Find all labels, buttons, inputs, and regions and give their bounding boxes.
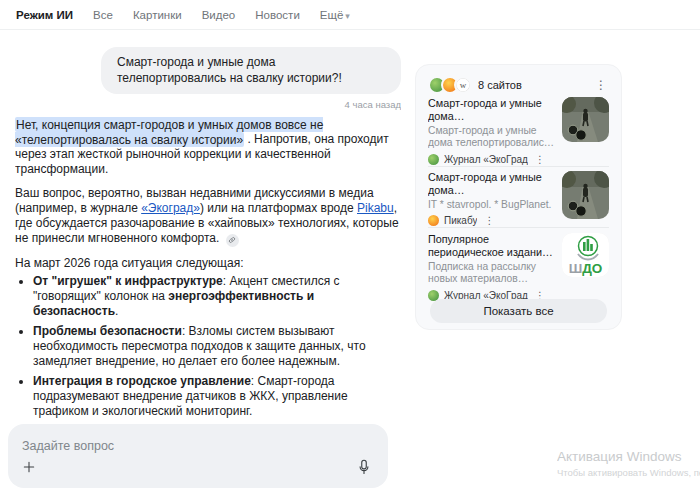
sources-count: 8 сайтов	[478, 79, 522, 91]
input-placeholder: Задайте вопрос	[22, 439, 114, 453]
answer-paragraph-1: Нет, концепция смарт-городов и умных дом…	[15, 117, 401, 177]
top-navigation: Режим ИИ Все Картинки Видео Новости Ещё▾	[0, 0, 700, 30]
source-name: Пикабу	[444, 215, 477, 226]
nav-tab-more[interactable]: Ещё▾	[320, 9, 350, 21]
card-source-row: Журнал «ЭкоГрад ⋮	[428, 154, 555, 165]
card-source-row: Пикабу ⋮	[428, 215, 555, 226]
divider	[428, 227, 609, 228]
card-title: Смарт-города и умные дома телепортировал…	[428, 97, 555, 123]
chevron-down-icon: ▾	[345, 11, 350, 21]
nav-tab-all[interactable]: Все	[93, 9, 113, 21]
user-message-row: Смарт-города и умные дома телепортировал…	[15, 47, 401, 94]
nav-tab-images[interactable]: Картинки	[133, 9, 182, 21]
card-thumbnail-photo	[562, 171, 609, 219]
divider	[428, 166, 609, 167]
user-message-bubble: Смарт-города и умные дома телепортировал…	[101, 47, 401, 94]
inline-link[interactable]: Pikabu	[357, 201, 394, 215]
answer-paragraph-2: Ваш вопрос, вероятно, вызван недавними д…	[15, 186, 401, 247]
watermark-line1: Активация Windows	[557, 449, 700, 464]
windows-watermark: Активация Windows Чтобы активировать Win…	[557, 449, 700, 478]
message-timestamp: 4 часа назад	[15, 99, 401, 110]
card-thumbnail-photo	[562, 97, 609, 142]
favicon-stack: w	[428, 76, 472, 94]
voice-input-button[interactable]	[355, 458, 377, 480]
watermark-line2: Чтобы активировать Windows, перей	[557, 467, 700, 478]
nav-tab-video[interactable]: Видео	[202, 9, 236, 21]
nav-tab-ai-mode[interactable]: Режим ИИ	[16, 9, 73, 21]
show-all-button[interactable]: Показать все	[430, 299, 607, 323]
source-favicon-pikabu	[428, 215, 439, 226]
card-description: Подписка на рассылку новых материалов по…	[428, 261, 555, 286]
card-title: Популярное периодическое издание журнал …	[428, 233, 555, 259]
answer-paragraph-3: На март 2026 года ситуация следующая:	[15, 256, 401, 271]
card-menu-button[interactable]: ⋮	[533, 154, 547, 165]
question-input[interactable]: Задайте вопрос	[8, 424, 388, 488]
card-menu-button[interactable]: ⋮	[482, 215, 496, 226]
source-card[interactable]: Смарт-города и умные дома телепортировал…	[428, 97, 609, 165]
plus-icon	[21, 459, 37, 475]
source-favicon-ecograd	[428, 154, 439, 165]
bullet-list: От "игрушек" к инфраструктуре: Акцент см…	[15, 274, 401, 423]
card-title: Смарт-города и умные дома телепортировал…	[428, 171, 555, 197]
bullet-item: Интеграция в городское управление: Смарт…	[33, 374, 401, 419]
sources-header: w 8 сайтов ⋮	[428, 76, 611, 94]
citation-icon[interactable]	[226, 234, 239, 247]
source-card[interactable]: Популярное периодическое издание журнал …	[428, 233, 609, 301]
ai-answer: Нет, концепция смарт-городов и умных дом…	[15, 117, 401, 422]
bullet-item: Проблемы безопасности: Взломы систем выз…	[33, 324, 401, 369]
card-description: Смарт-города и умные дома телепортировал…	[428, 125, 555, 150]
svg-text:ШДО: ШДО	[569, 261, 603, 276]
source-name: Журнал «ЭкоГрад	[444, 154, 528, 165]
card-description: IT * stavropol. * BugPlanet.	[428, 199, 555, 211]
favicon-w: w	[454, 76, 472, 94]
panel-menu-button[interactable]: ⋮	[591, 77, 611, 93]
mic-icon	[355, 458, 373, 476]
sources-panel: w 8 сайтов ⋮ Смарт-города и умные дома т…	[415, 64, 622, 330]
nav-tab-news[interactable]: Новости	[255, 9, 300, 21]
bullet-item: От "игрушек" к инфраструктуре: Акцент см…	[33, 274, 401, 319]
chat-column: Смарт-города и умные дома телепортировал…	[15, 30, 401, 422]
card-thumbnail-logo: ШДО	[562, 233, 609, 277]
attach-button[interactable]	[21, 459, 41, 479]
source-card[interactable]: Смарт-города и умные дома телепортировал…	[428, 171, 609, 226]
inline-link[interactable]: «Экоград»	[141, 201, 200, 215]
